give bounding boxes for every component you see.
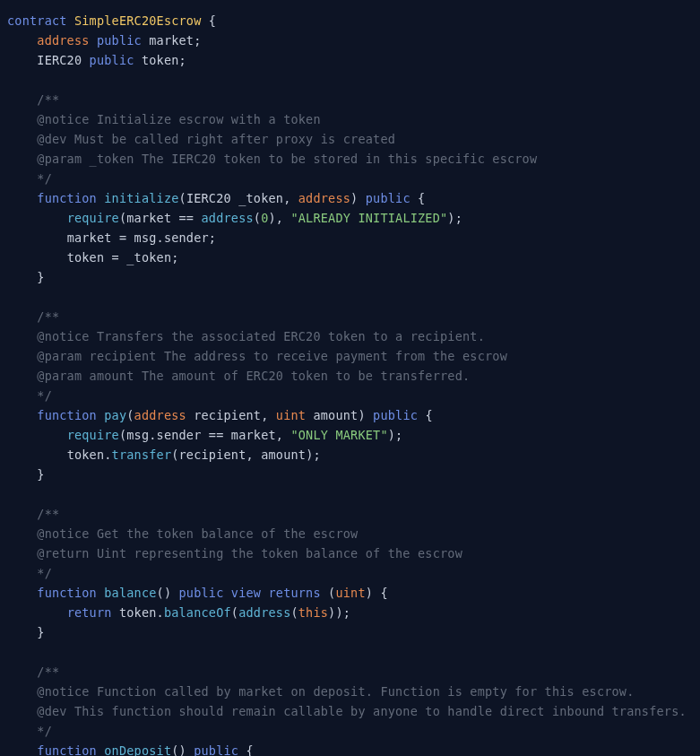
comment-close: */ [37,724,52,738]
keyword-return: return [67,605,112,620]
keyword-public: public [90,53,134,67]
expr-token: _token [126,250,171,265]
keyword-public: public [373,408,418,422]
param-type: address [298,191,350,205]
fn-balanceof: balanceOf [164,605,231,620]
param-type: uint [276,408,306,422]
var-token: token [142,53,179,67]
keyword-returns: returns [268,586,320,600]
keyword-public: public [366,191,410,205]
var-token: token [67,250,105,265]
param-name: amount [313,408,358,422]
comment-line: @param recipient The address to receive … [37,349,507,363]
comment-close: */ [37,171,52,186]
comment-line: @dev This function should remain callabl… [37,704,687,718]
comment-open: /** [37,665,59,679]
fn-address: address [238,605,290,620]
expr-sender: sender [164,230,209,245]
string-literal: "ONLY MARKET" [290,428,387,442]
param-name: recipient [194,408,261,422]
comment-open: /** [37,92,59,107]
comment-close: */ [37,566,52,580]
comment-open: /** [37,309,59,324]
fn-ondeposit: onDeposit [104,743,171,756]
comment-open: /** [37,507,59,521]
keyword-function: function [37,743,97,756]
expr-market: market [126,211,171,225]
keyword-view: view [231,586,261,600]
code-block: contract SimpleERC20Escrow { address pub… [7,11,693,756]
expr-msg: msg [126,428,149,442]
arg-amount: amount [261,448,306,462]
fn-balance: balance [104,586,156,600]
contract-name: SimpleERC20Escrow [74,13,202,28]
fn-initialize: initialize [104,191,178,205]
type-ierc20: IERC20 [37,53,82,67]
keyword-contract: contract [7,13,67,28]
comment-line: @param _token The IERC20 token to be sto… [37,152,537,166]
param-type: address [134,408,186,422]
comment-line: @notice Transfers the associated ERC20 t… [37,329,485,343]
keyword-public: public [194,743,238,756]
comment-line: @param amount The amount of ERC20 token … [37,369,470,383]
comment-line: @dev Must be called right after proxy is… [37,132,395,146]
keyword-function: function [37,191,97,205]
fn-transfer: transfer [112,448,172,462]
string-literal: "ALREADY INITIALIZED" [290,211,447,225]
expr-msg: msg [134,230,157,245]
param-type: IERC20 [186,191,231,205]
type-address: address [37,33,89,48]
keyword-function: function [37,586,97,600]
var-market: market [149,33,194,48]
comment-line: @notice Get the token balance of the esc… [37,526,358,541]
comment-line: @notice Function called by market on dep… [37,684,634,699]
fn-address: address [202,211,254,225]
keyword-this: this [298,605,328,620]
expr-market: market [231,428,276,442]
op-eq: == [179,211,194,225]
expr-sender: sender [157,428,202,442]
type-uint: uint [335,586,365,600]
comment-line: @return Uint representing the token bala… [37,546,462,560]
arg-recipient: recipient [179,448,246,462]
expr-token: token [67,448,105,462]
fn-pay: pay [104,408,126,422]
fn-require: require [67,428,119,442]
var-market: market [67,230,112,245]
keyword-public: public [179,586,224,600]
keyword-public: public [97,33,142,48]
expr-token: token [119,605,157,620]
fn-require: require [67,211,119,225]
comment-close: */ [37,388,52,403]
keyword-function: function [37,408,97,422]
comment-line: @notice Initialize escrow with a token [37,112,320,126]
param-name: _token [238,191,283,205]
